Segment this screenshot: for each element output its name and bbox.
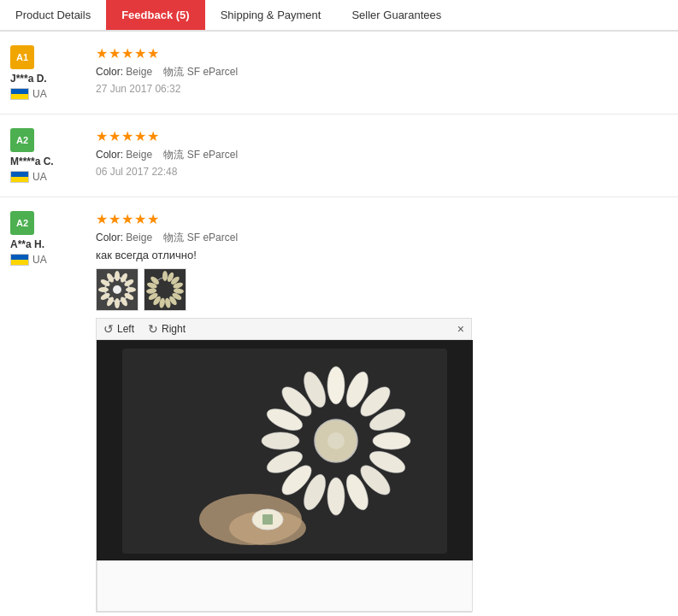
svg-point-39 bbox=[327, 367, 345, 404]
svg-rect-36 bbox=[262, 514, 273, 525]
country-label: UA bbox=[32, 171, 47, 183]
country-label: UA bbox=[32, 254, 47, 266]
svg-point-12 bbox=[98, 287, 109, 292]
thumb-nail-fan-icon bbox=[144, 269, 186, 310]
review-item: A2 A**a H. UA ★★★★★ Color: Beige 物流 bbox=[0, 197, 678, 616]
flag-ua-icon bbox=[10, 88, 29, 100]
review-meta: Color: Beige 物流 SF eParcel bbox=[96, 148, 668, 162]
rotate-right-icon: ↻ bbox=[148, 322, 158, 336]
country-label: UA bbox=[32, 88, 47, 100]
close-viewer-button[interactable]: × bbox=[457, 322, 464, 336]
svg-point-51 bbox=[262, 432, 299, 449]
avatar: A2 bbox=[10, 211, 34, 235]
username: M****a C. bbox=[10, 155, 54, 167]
flag-container: UA bbox=[10, 88, 47, 100]
rotate-left-icon: ↺ bbox=[103, 322, 114, 336]
right-nav-button[interactable]: ↻ Right bbox=[148, 322, 186, 336]
reviewer-info: A1 J***a D. UA bbox=[10, 45, 96, 100]
review-meta: Color: Beige 物流 SF eParcel bbox=[96, 231, 668, 245]
review-item: A1 J***a D. UA ★★★★★ Color: Beige 物流 SF … bbox=[0, 32, 678, 114]
left-label: Left bbox=[117, 323, 134, 335]
image-viewer: ↺ Left ↻ Right × bbox=[96, 318, 472, 613]
review-date: 27 Jun 2017 06:32 bbox=[96, 83, 668, 95]
svg-point-9 bbox=[115, 298, 120, 308]
flag-ua-icon bbox=[10, 254, 29, 266]
image-viewer-controls: ↺ Left ↻ Right × bbox=[97, 319, 471, 340]
reviewer-info: A2 M****a C. UA bbox=[10, 128, 96, 183]
svg-point-56 bbox=[327, 432, 345, 449]
tab-bar: Product Details Feedback (5) Shipping & … bbox=[0, 0, 678, 32]
svg-point-3 bbox=[115, 271, 120, 281]
thumbnail-1[interactable] bbox=[96, 268, 139, 311]
nail-wheel-image bbox=[97, 340, 473, 560]
tab-product-details[interactable]: Product Details bbox=[0, 0, 106, 30]
flag-ua-icon bbox=[10, 171, 29, 183]
review-content: ★★★★★ Color: Beige 物流 SF eParcel как все… bbox=[96, 211, 668, 318]
svg-point-6 bbox=[126, 287, 136, 292]
page-container: Product Details Feedback (5) Shipping & … bbox=[0, 0, 678, 616]
avatar: A2 bbox=[10, 128, 34, 152]
review-thumbnails bbox=[96, 268, 668, 311]
username: J***a D. bbox=[10, 73, 47, 85]
review-date: 06 Jul 2017 22:48 bbox=[96, 166, 668, 178]
tab-feedback[interactable]: Feedback (5) bbox=[106, 0, 204, 30]
star-rating: ★★★★★ bbox=[96, 211, 668, 227]
reviewer-info: A2 A**a H. UA bbox=[10, 211, 96, 318]
right-label: Right bbox=[162, 323, 186, 335]
review-meta: Color: Beige 物流 SF eParcel bbox=[96, 65, 668, 79]
flag-container: UA bbox=[10, 171, 47, 183]
review-item: A2 M****a C. UA ★★★★★ Color: Beige 物流 SF… bbox=[0, 114, 678, 197]
svg-point-43 bbox=[373, 432, 410, 449]
review-content: ★★★★★ Color: Beige 物流 SF eParcel 27 Jun … bbox=[96, 45, 668, 100]
flag-container: UA bbox=[10, 254, 47, 266]
tab-shipping[interactable]: Shipping & Payment bbox=[205, 0, 337, 30]
svg-point-47 bbox=[327, 478, 345, 515]
avatar: A1 bbox=[10, 45, 34, 69]
svg-point-2 bbox=[113, 285, 121, 294]
review-text: как всегда отлично! bbox=[96, 249, 668, 261]
nav-buttons: ↺ Left ↻ Right bbox=[103, 322, 186, 336]
image-viewer-main bbox=[97, 340, 473, 560]
image-viewer-caption bbox=[97, 560, 473, 612]
thumb-nail-wheel-icon bbox=[97, 269, 138, 310]
reviews-list: A1 J***a D. UA ★★★★★ Color: Beige 物流 SF … bbox=[0, 32, 678, 616]
svg-point-17 bbox=[162, 271, 168, 281]
thumbnail-2[interactable] bbox=[144, 268, 186, 311]
review-content: ★★★★★ Color: Beige 物流 SF eParcel 06 Jul … bbox=[96, 128, 668, 183]
star-rating: ★★★★★ bbox=[96, 128, 668, 144]
star-rating: ★★★★★ bbox=[96, 45, 668, 62]
tab-seller[interactable]: Seller Guarantees bbox=[336, 0, 457, 30]
username: A**a H. bbox=[10, 238, 44, 250]
left-nav-button[interactable]: ↺ Left bbox=[103, 322, 134, 336]
